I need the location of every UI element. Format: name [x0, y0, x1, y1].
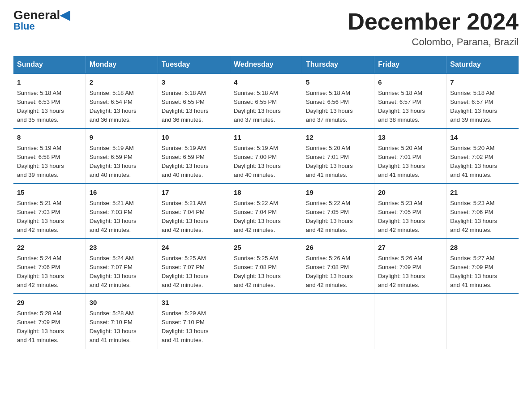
header-thursday: Thursday [302, 56, 374, 73]
header-friday: Friday [374, 56, 446, 73]
calendar-cell: 28Sunrise: 5:27 AM Sunset: 7:09 PM Dayli… [446, 239, 519, 294]
day-number: 18 [234, 188, 298, 198]
calendar-cell: 27Sunrise: 5:26 AM Sunset: 7:09 PM Dayli… [374, 239, 446, 294]
calendar-cell: 8Sunrise: 5:19 AM Sunset: 6:58 PM Daylig… [13, 128, 86, 184]
calendar-cell [230, 294, 302, 348]
day-number: 24 [162, 243, 226, 253]
day-number: 3 [162, 77, 226, 88]
day-info: Sunrise: 5:23 AM Sunset: 7:05 PM Dayligh… [378, 199, 442, 235]
day-info: Sunrise: 5:21 AM Sunset: 7:04 PM Dayligh… [162, 199, 226, 235]
header-sunday: Sunday [13, 56, 86, 73]
calendar-cell: 10Sunrise: 5:19 AM Sunset: 6:59 PM Dayli… [158, 128, 230, 184]
day-number: 28 [450, 243, 515, 253]
day-number: 13 [378, 133, 442, 143]
day-info: Sunrise: 5:18 AM Sunset: 6:53 PM Dayligh… [17, 89, 82, 125]
day-info: Sunrise: 5:25 AM Sunset: 7:07 PM Dayligh… [162, 254, 226, 290]
day-number: 29 [17, 298, 82, 308]
page-subtitle: Colombo, Parana, Brazil [348, 36, 519, 48]
day-info: Sunrise: 5:19 AM Sunset: 6:59 PM Dayligh… [90, 144, 154, 180]
day-info: Sunrise: 5:28 AM Sunset: 7:10 PM Dayligh… [90, 309, 154, 345]
title-block: December 2024 Colombo, Parana, Brazil [348, 9, 519, 48]
logo: General◀ Blue [13, 9, 70, 32]
day-number: 11 [234, 133, 298, 143]
day-info: Sunrise: 5:25 AM Sunset: 7:08 PM Dayligh… [234, 254, 298, 290]
calendar-body: 1Sunrise: 5:18 AM Sunset: 6:53 PM Daylig… [13, 73, 519, 348]
header-tuesday: Tuesday [158, 56, 230, 73]
calendar-cell: 11Sunrise: 5:19 AM Sunset: 7:00 PM Dayli… [230, 128, 302, 184]
day-info: Sunrise: 5:26 AM Sunset: 7:08 PM Dayligh… [306, 254, 370, 290]
day-number: 6 [378, 77, 442, 88]
day-info: Sunrise: 5:19 AM Sunset: 6:59 PM Dayligh… [162, 144, 226, 180]
calendar-cell: 13Sunrise: 5:20 AM Sunset: 7:01 PM Dayli… [374, 128, 446, 184]
calendar-cell: 31Sunrise: 5:29 AM Sunset: 7:10 PM Dayli… [158, 294, 230, 348]
calendar-cell: 19Sunrise: 5:22 AM Sunset: 7:05 PM Dayli… [302, 184, 374, 239]
header-wednesday: Wednesday [230, 56, 302, 73]
day-number: 20 [378, 188, 442, 198]
day-info: Sunrise: 5:19 AM Sunset: 7:00 PM Dayligh… [234, 144, 298, 180]
day-number: 27 [378, 243, 442, 253]
day-number: 14 [450, 133, 515, 143]
header-row: SundayMondayTuesdayWednesdayThursdayFrid… [13, 56, 519, 73]
day-info: Sunrise: 5:23 AM Sunset: 7:06 PM Dayligh… [450, 199, 515, 235]
day-info: Sunrise: 5:18 AM Sunset: 6:57 PM Dayligh… [378, 89, 442, 125]
day-info: Sunrise: 5:26 AM Sunset: 7:09 PM Dayligh… [378, 254, 442, 290]
calendar-cell: 7Sunrise: 5:18 AM Sunset: 6:57 PM Daylig… [446, 73, 519, 128]
day-info: Sunrise: 5:24 AM Sunset: 7:07 PM Dayligh… [90, 254, 154, 290]
day-number: 30 [90, 298, 154, 308]
day-number: 5 [306, 77, 370, 88]
day-number: 2 [90, 77, 154, 88]
day-number: 19 [306, 188, 370, 198]
day-number: 8 [17, 133, 82, 143]
calendar-cell: 20Sunrise: 5:23 AM Sunset: 7:05 PM Dayli… [374, 184, 446, 239]
calendar-cell: 24Sunrise: 5:25 AM Sunset: 7:07 PM Dayli… [158, 239, 230, 294]
day-info: Sunrise: 5:21 AM Sunset: 7:03 PM Dayligh… [90, 199, 154, 235]
calendar-cell: 22Sunrise: 5:24 AM Sunset: 7:06 PM Dayli… [13, 239, 86, 294]
day-number: 31 [162, 298, 226, 308]
day-number: 26 [306, 243, 370, 253]
calendar-week-3: 15Sunrise: 5:21 AM Sunset: 7:03 PM Dayli… [13, 184, 519, 239]
calendar-cell: 30Sunrise: 5:28 AM Sunset: 7:10 PM Dayli… [86, 294, 158, 348]
calendar-header: SundayMondayTuesdayWednesdayThursdayFrid… [13, 56, 519, 73]
calendar-cell: 18Sunrise: 5:22 AM Sunset: 7:04 PM Dayli… [230, 184, 302, 239]
day-number: 7 [450, 77, 515, 88]
day-number: 10 [162, 133, 226, 143]
calendar-cell: 15Sunrise: 5:21 AM Sunset: 7:03 PM Dayli… [13, 184, 86, 239]
day-number: 25 [234, 243, 298, 253]
calendar-week-5: 29Sunrise: 5:28 AM Sunset: 7:09 PM Dayli… [13, 294, 519, 348]
day-number: 23 [90, 243, 154, 253]
day-number: 1 [17, 77, 82, 88]
day-info: Sunrise: 5:24 AM Sunset: 7:06 PM Dayligh… [17, 254, 82, 290]
calendar-cell: 12Sunrise: 5:20 AM Sunset: 7:01 PM Dayli… [302, 128, 374, 184]
logo-name: General◀ [13, 9, 70, 21]
day-info: Sunrise: 5:29 AM Sunset: 7:10 PM Dayligh… [162, 309, 226, 345]
day-info: Sunrise: 5:18 AM Sunset: 6:55 PM Dayligh… [162, 89, 226, 125]
calendar-cell: 4Sunrise: 5:18 AM Sunset: 6:55 PM Daylig… [230, 73, 302, 128]
day-info: Sunrise: 5:19 AM Sunset: 6:58 PM Dayligh… [17, 144, 82, 180]
page-header: General◀ Blue December 2024 Colombo, Par… [13, 9, 519, 48]
day-info: Sunrise: 5:21 AM Sunset: 7:03 PM Dayligh… [17, 199, 82, 235]
day-info: Sunrise: 5:20 AM Sunset: 7:01 PM Dayligh… [378, 144, 442, 180]
calendar-cell: 3Sunrise: 5:18 AM Sunset: 6:55 PM Daylig… [158, 73, 230, 128]
day-number: 22 [17, 243, 82, 253]
day-number: 21 [450, 188, 515, 198]
calendar-cell: 23Sunrise: 5:24 AM Sunset: 7:07 PM Dayli… [86, 239, 158, 294]
calendar-cell: 25Sunrise: 5:25 AM Sunset: 7:08 PM Dayli… [230, 239, 302, 294]
calendar-cell: 14Sunrise: 5:20 AM Sunset: 7:02 PM Dayli… [446, 128, 519, 184]
day-info: Sunrise: 5:18 AM Sunset: 6:56 PM Dayligh… [306, 89, 370, 125]
calendar-cell [374, 294, 446, 348]
day-number: 4 [234, 77, 298, 88]
calendar-cell: 9Sunrise: 5:19 AM Sunset: 6:59 PM Daylig… [86, 128, 158, 184]
calendar-week-2: 8Sunrise: 5:19 AM Sunset: 6:58 PM Daylig… [13, 128, 519, 184]
day-number: 15 [17, 188, 82, 198]
calendar-cell: 21Sunrise: 5:23 AM Sunset: 7:06 PM Dayli… [446, 184, 519, 239]
page-title: December 2024 [348, 9, 519, 34]
day-info: Sunrise: 5:27 AM Sunset: 7:09 PM Dayligh… [450, 254, 515, 290]
day-info: Sunrise: 5:28 AM Sunset: 7:09 PM Dayligh… [17, 309, 82, 345]
day-number: 17 [162, 188, 226, 198]
calendar-cell [302, 294, 374, 348]
calendar-week-4: 22Sunrise: 5:24 AM Sunset: 7:06 PM Dayli… [13, 239, 519, 294]
day-info: Sunrise: 5:20 AM Sunset: 7:02 PM Dayligh… [450, 144, 515, 180]
calendar-table: SundayMondayTuesdayWednesdayThursdayFrid… [13, 56, 519, 348]
header-saturday: Saturday [446, 56, 519, 73]
day-number: 9 [90, 133, 154, 143]
